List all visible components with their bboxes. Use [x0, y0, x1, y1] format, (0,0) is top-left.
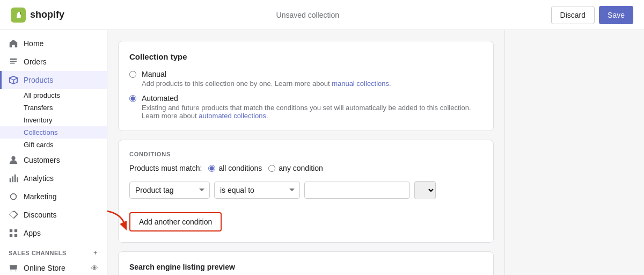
svg-rect-12: [14, 234, 17, 237]
svg-rect-7: [14, 175, 16, 182]
discounts-icon: [9, 210, 18, 220]
svg-rect-9: [10, 229, 12, 232]
sidebar-sub-collections[interactable]: Collections: [0, 126, 107, 139]
collection-type-radio-group: Manual Add products to this collection o…: [129, 70, 482, 120]
sidebar-item-products[interactable]: Products: [0, 71, 107, 89]
topbar-left: shopify: [11, 8, 64, 23]
sidebar-sub-inventory[interactable]: Inventory: [0, 114, 107, 126]
condition-operator-select[interactable]: is equal to is not equal to starts with …: [214, 182, 300, 199]
products-icon: [9, 75, 18, 85]
conditions-match-label: Products must match:: [129, 164, 202, 172]
add-sales-channel-icon[interactable]: ＋: [92, 249, 99, 257]
seo-card: Search engine listing preview Summer col…: [118, 251, 494, 275]
home-icon: [9, 39, 18, 48]
condition-value-input[interactable]: [304, 182, 410, 199]
collection-type-title: Collection type: [129, 52, 482, 61]
all-conditions-option[interactable]: all conditions: [208, 164, 262, 172]
shopify-logo: shopify: [11, 8, 64, 23]
discard-button[interactable]: Discard: [551, 6, 595, 24]
conditions-card: CONDITIONS Products must match: all cond…: [118, 140, 494, 243]
svg-rect-10: [14, 229, 17, 232]
add-condition-wrapper: Add another condition: [129, 210, 222, 231]
topbar-actions: Discard Save: [551, 6, 633, 24]
sales-channels-section: SALES CHANNELS ＋: [0, 242, 107, 259]
sidebar-sub-gift-cards[interactable]: Gift cards: [0, 139, 107, 151]
right-panel: [504, 30, 644, 275]
svg-rect-11: [10, 234, 12, 237]
sidebar-item-online-store[interactable]: Online Store 👁: [0, 259, 107, 275]
condition-stepper-select[interactable]: [414, 181, 436, 199]
sidebar-item-products-label: Products: [24, 76, 53, 84]
sidebar-item-analytics[interactable]: Analytics: [0, 169, 107, 187]
svg-rect-5: [10, 178, 11, 182]
any-condition-label: any condition: [279, 164, 323, 172]
red-arrow-annotation: [107, 207, 127, 231]
sidebar-item-home-label: Home: [24, 39, 43, 48]
conditions-match-row: Products must match: all conditions any …: [129, 164, 482, 172]
manual-collections-link[interactable]: manual collections.: [332, 79, 391, 88]
automated-label[interactable]: Automated: [142, 94, 178, 103]
svg-rect-1: [10, 59, 17, 60]
main-layout: Home Orders Products All products Transf…: [0, 30, 644, 275]
sidebar-item-online-store-label: Online Store: [24, 264, 65, 272]
collection-type-card: Collection type Manual Add products to t…: [118, 41, 494, 131]
sidebar-item-marketing-label: Marketing: [24, 192, 56, 201]
sidebar-item-apps[interactable]: Apps: [0, 224, 107, 242]
automated-option: Automated Existing and future products t…: [129, 94, 482, 120]
manual-desc: Add products to this collection one by o…: [142, 79, 391, 88]
page-title: Unsaved collection: [276, 11, 340, 19]
manual-option: Manual Add products to this collection o…: [129, 70, 482, 88]
sidebar-item-orders[interactable]: Orders: [0, 53, 107, 71]
apps-icon: [9, 228, 18, 238]
marketing-icon: [9, 192, 18, 201]
sidebar-item-apps-label: Apps: [24, 229, 41, 237]
analytics-icon: [9, 173, 18, 183]
save-button[interactable]: Save: [599, 6, 633, 24]
any-condition-option[interactable]: any condition: [268, 164, 323, 172]
sidebar-sub-transfers[interactable]: Transfers: [0, 102, 107, 114]
sidebar-item-discounts[interactable]: Discounts: [0, 206, 107, 224]
sidebar-item-discounts-label: Discounts: [24, 211, 56, 219]
customers-icon: [9, 155, 18, 165]
all-conditions-radio[interactable]: [208, 165, 215, 172]
manual-label[interactable]: Manual: [142, 70, 166, 78]
automated-radio[interactable]: [129, 95, 136, 102]
online-store-icon: [9, 263, 18, 273]
svg-point-4: [11, 156, 15, 160]
sidebar-item-marketing[interactable]: Marketing: [0, 187, 107, 206]
seo-card-title: Search engine listing preview: [129, 263, 482, 271]
all-conditions-label: all conditions: [218, 164, 262, 172]
condition-field-select[interactable]: Product tag Product title Product type P…: [129, 182, 210, 199]
sidebar: Home Orders Products All products Transf…: [0, 30, 107, 275]
sidebar-item-customers-label: Customers: [24, 156, 60, 164]
automated-desc: Existing and future products that match …: [142, 104, 482, 120]
logo-text: shopify: [30, 9, 64, 20]
svg-rect-6: [12, 176, 13, 182]
svg-rect-2: [10, 61, 17, 62]
manual-radio[interactable]: [129, 71, 136, 78]
topbar: shopify Unsaved collection Discard Save: [0, 0, 644, 30]
sidebar-sub-all-products[interactable]: All products: [0, 89, 107, 102]
orders-icon: [9, 57, 18, 67]
svg-rect-8: [17, 177, 18, 182]
sidebar-item-orders-label: Orders: [24, 57, 47, 66]
any-condition-radio[interactable]: [268, 165, 275, 172]
sidebar-item-customers[interactable]: Customers: [0, 151, 107, 169]
add-condition-button[interactable]: Add another condition: [129, 212, 222, 231]
conditions-section-label: CONDITIONS: [129, 151, 482, 157]
sidebar-item-home[interactable]: Home: [0, 34, 107, 53]
automated-collections-link[interactable]: automated collections.: [199, 112, 268, 120]
condition-row-1: Product tag Product title Product type P…: [129, 181, 482, 199]
online-store-eye-icon: 👁: [91, 264, 98, 272]
content-area: Collection type Manual Add products to t…: [107, 30, 504, 275]
svg-rect-3: [10, 63, 15, 64]
sidebar-item-analytics-label: Analytics: [24, 174, 54, 183]
